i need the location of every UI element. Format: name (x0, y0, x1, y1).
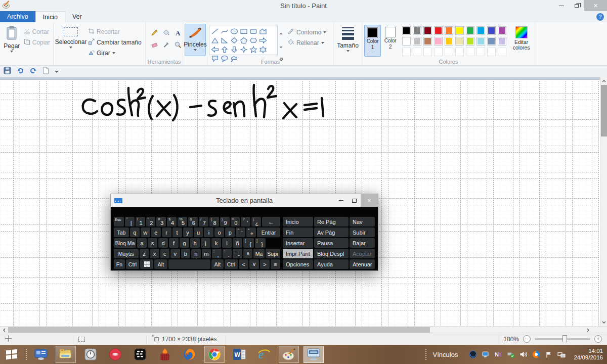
palette-swatch[interactable] (434, 37, 443, 46)
osk-key-e[interactable]: e (151, 228, 161, 237)
horizontal-scroll-thumb[interactable] (8, 327, 430, 333)
osk-key-m[interactable]: m (202, 249, 211, 258)
customize-qat-icon[interactable] (54, 67, 59, 76)
palette-swatch-empty[interactable] (423, 48, 432, 56)
text-tool-button[interactable]: A (172, 27, 183, 38)
shape-five-point-star-icon[interactable] (248, 45, 258, 54)
osk-key-Bloq Despl[interactable]: Bloq Despl (314, 249, 349, 258)
taskbar-paint[interactable] (279, 346, 299, 363)
osk-key-3[interactable]: #3 (156, 217, 166, 226)
osk-key-Bloq Ma[interactable]: Bloq Ma (114, 238, 136, 248)
scroll-left-icon[interactable] (0, 327, 8, 333)
osk-key-≡[interactable]: ≡ (271, 259, 280, 269)
osk-key-Fn[interactable]: Fn (114, 259, 125, 269)
palette-swatch[interactable] (455, 37, 464, 46)
tab-inicio[interactable]: Inicio (35, 11, 65, 22)
fill-button[interactable]: Rellenar (287, 38, 326, 47)
redo-button[interactable] (29, 67, 37, 76)
shape-down-arrow-icon[interactable] (229, 45, 239, 54)
taskbar-word[interactable]: W (229, 346, 249, 363)
palette-swatch-empty[interactable] (413, 48, 421, 56)
links-toolbar-label[interactable]: Vínculos (433, 351, 458, 358)
zoom-in-button[interactable]: + (594, 335, 602, 343)
osk-key-Ctrl[interactable]: Ctrl (225, 259, 238, 269)
palette-swatch[interactable] (413, 37, 421, 46)
scroll-right-icon[interactable] (584, 327, 592, 333)
close-button[interactable]: × (584, 0, 607, 11)
osk-key-v[interactable]: v (170, 249, 180, 258)
tray-flag-icon[interactable] (544, 350, 553, 359)
osk-key-w[interactable]: w (141, 228, 150, 237)
osk-key-<[interactable]: < (239, 259, 248, 269)
osk-key->[interactable]: > (260, 259, 270, 269)
shapes-scroll-up-icon[interactable] (279, 28, 283, 37)
osk-title-bar[interactable]: Teclado en pantalla × (111, 194, 378, 207)
palette-swatch[interactable] (476, 26, 485, 35)
osk-key-.[interactable]: :. (223, 249, 232, 258)
osk-key-l[interactable]: l (222, 238, 232, 248)
tray-avast-icon[interactable] (532, 350, 541, 359)
new-document-icon[interactable] (42, 67, 49, 76)
palette-swatch-empty[interactable] (476, 48, 485, 56)
shape-six-point-star-icon[interactable] (258, 45, 268, 54)
osk-key-i[interactable]: i (204, 228, 213, 237)
taskbar-control-panel[interactable] (31, 346, 51, 363)
osk-key-5[interactable]: %5 (178, 217, 187, 226)
vertical-scrollbar[interactable] (600, 77, 607, 326)
shape-pentagon-icon[interactable] (239, 36, 248, 45)
osk-key-`[interactable]: ^` (236, 228, 245, 237)
osk-key-Insertar[interactable]: Insertar (283, 238, 313, 248)
palette-swatch[interactable] (402, 26, 411, 35)
horizontal-scrollbar[interactable] (0, 326, 607, 333)
osk-key-Acoplar[interactable]: Acoplar (350, 249, 375, 258)
palette-swatch[interactable] (423, 37, 432, 46)
osk-key-j[interactable]: j (201, 238, 210, 248)
osk-key-g[interactable]: g (180, 238, 189, 248)
shape-diamond-icon[interactable] (229, 36, 239, 45)
edit-colors-button[interactable]: Editar colores (509, 24, 533, 58)
shape-right-arrow-icon[interactable] (258, 36, 268, 45)
osk-key-a[interactable]: a (137, 238, 147, 248)
select-button[interactable]: Seleccionar (55, 24, 86, 58)
osk-key-h[interactable]: h (190, 238, 200, 248)
osk-key-Ctrl[interactable]: Ctrl (126, 259, 139, 269)
osk-key-x[interactable]: x (150, 249, 159, 258)
osk-minimize-button[interactable] (334, 194, 348, 207)
osk-key-Inicio[interactable]: Inicio (283, 217, 313, 226)
save-button[interactable] (4, 67, 11, 76)
vertical-scroll-thumb[interactable] (601, 85, 607, 136)
osk-key-7[interactable]: /7 (199, 217, 208, 226)
shape-right-triangle-icon[interactable] (220, 36, 229, 45)
osk-key-Pausa[interactable]: Pausa (314, 238, 349, 248)
osk-key-}[interactable]: ]} (255, 238, 266, 248)
osk-key-Atenuar[interactable]: Atenuar (350, 259, 375, 269)
osk-key-Re Pág[interactable]: Re Pág (314, 217, 349, 226)
scroll-down-icon[interactable] (600, 318, 607, 326)
osk-key-Subir[interactable]: Subir (350, 228, 375, 237)
brushes-button[interactable]: Pinceles (185, 24, 206, 56)
color1-button[interactable]: Color 1 (364, 25, 381, 57)
shape-polygon-icon[interactable] (258, 27, 268, 36)
osk-key-Nav[interactable]: Nav (350, 217, 375, 226)
shape-rectangle-icon[interactable] (239, 27, 248, 36)
osk-key-Supr[interactable]: Supr (266, 249, 280, 258)
osk-key-8[interactable]: (8 (209, 217, 219, 226)
tray-netcut-icon[interactable]: N (494, 350, 503, 359)
taskbar-firefox[interactable] (180, 346, 200, 363)
osk-key-q[interactable]: q (130, 228, 140, 237)
osk-key-∨[interactable]: ∨ (249, 259, 259, 269)
fill-tool-button[interactable] (161, 27, 171, 38)
osk-key-f[interactable]: f (169, 238, 179, 248)
osk-key-6[interactable]: &6 (188, 217, 198, 226)
osk-key-¿[interactable]: ¡¿ (251, 217, 261, 226)
osk-key-Alt[interactable]: Alt (154, 259, 167, 269)
outline-button[interactable]: Contorno (287, 28, 326, 36)
palette-swatch-empty[interactable] (498, 48, 506, 56)
osk-key-k[interactable]: k (211, 238, 221, 248)
color2-button[interactable]: Color 2 (382, 25, 399, 57)
osk-key-d[interactable]: d (158, 238, 168, 248)
tab-ver[interactable]: Ver (65, 11, 89, 22)
undo-button[interactable] (16, 67, 24, 76)
tray-display-icon[interactable] (481, 350, 490, 359)
osk-key-Tab[interactable]: Tab (114, 228, 129, 237)
